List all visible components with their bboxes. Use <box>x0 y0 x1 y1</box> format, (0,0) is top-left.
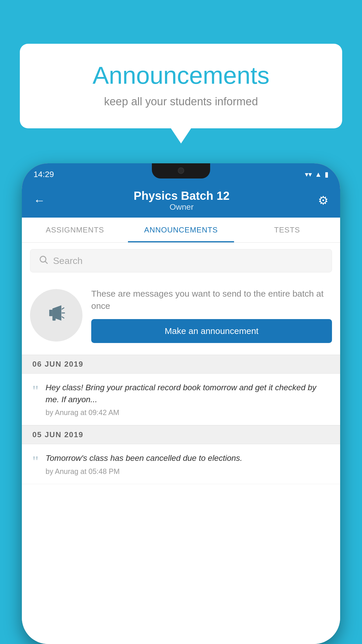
phone-camera <box>178 167 184 174</box>
header-title-block: Physics Batch 12 Owner <box>133 189 229 212</box>
content-area: Search <box>22 243 340 644</box>
status-icons: ▾▾ ▲ ▮ <box>305 170 328 178</box>
svg-marker-2 <box>49 310 52 316</box>
announcement-item-2: " Tomorrow's class has been cancelled du… <box>22 444 340 484</box>
header-title: Physics Batch 12 <box>133 189 229 202</box>
svg-rect-4 <box>52 316 56 321</box>
quote-icon-1: " <box>32 384 38 399</box>
phone-notch <box>152 163 210 178</box>
back-button[interactable]: ← <box>34 194 45 207</box>
svg-line-7 <box>62 317 64 318</box>
phone-mockup: 14:29 ▾▾ ▲ ▮ ← Physics Batch 12 Owner ⚙ … <box>22 163 340 644</box>
date-divider-1: 06 JUN 2019 <box>22 355 340 374</box>
speech-bubble-container: Announcements keep all your students inf… <box>20 44 342 128</box>
tab-announcements[interactable]: ANNOUNCEMENTS <box>128 218 234 242</box>
signal-icon: ▲ <box>315 170 322 178</box>
search-bar[interactable]: Search <box>30 249 332 272</box>
battery-icon: ▮ <box>325 170 328 178</box>
tab-assignments[interactable]: ASSIGNMENTS <box>22 218 128 242</box>
wifi-icon: ▾▾ <box>305 170 312 178</box>
announce-desc: These are messages you want to send to t… <box>91 288 332 312</box>
svg-point-0 <box>40 256 46 262</box>
ann-content-1: Hey class! Bring your practical record b… <box>45 382 330 417</box>
svg-line-5 <box>62 308 64 309</box>
search-icon <box>38 255 48 267</box>
announce-icon-circle <box>30 289 82 342</box>
ann-text-1: Hey class! Bring your practical record b… <box>45 382 330 405</box>
tab-tests[interactable]: TESTS <box>234 218 340 242</box>
announcement-item-1: " Hey class! Bring your practical record… <box>22 374 340 425</box>
bubble-subtitle: keep all your students informed <box>43 95 319 108</box>
svg-line-1 <box>45 261 48 264</box>
phone-screen: 14:29 ▾▾ ▲ ▮ ← Physics Batch 12 Owner ⚙ … <box>22 163 340 644</box>
gear-icon[interactable]: ⚙ <box>318 194 328 207</box>
speech-bubble: Announcements keep all your students inf… <box>20 44 342 128</box>
status-time: 14:29 <box>34 170 54 179</box>
header-subtitle: Owner <box>133 202 229 212</box>
ann-meta-1: by Anurag at 09:42 AM <box>45 408 330 417</box>
announcement-prompt: These are messages you want to send to t… <box>22 279 340 355</box>
app-header: ← Physics Batch 12 Owner ⚙ <box>22 183 340 218</box>
megaphone-icon <box>46 303 66 328</box>
date-divider-2: 05 JUN 2019 <box>22 425 340 444</box>
ann-meta-2: by Anurag at 05:48 PM <box>45 467 330 476</box>
ann-content-2: Tomorrow's class has been cancelled due … <box>45 452 330 476</box>
make-announcement-button[interactable]: Make an announcement <box>91 319 332 343</box>
quote-icon-2: " <box>32 454 38 469</box>
bubble-title: Announcements <box>43 61 319 90</box>
search-placeholder: Search <box>53 256 82 266</box>
ann-text-2: Tomorrow's class has been cancelled due … <box>45 452 330 464</box>
tabs-bar: ASSIGNMENTS ANNOUNCEMENTS TESTS <box>22 218 340 243</box>
announce-right: These are messages you want to send to t… <box>91 288 332 343</box>
